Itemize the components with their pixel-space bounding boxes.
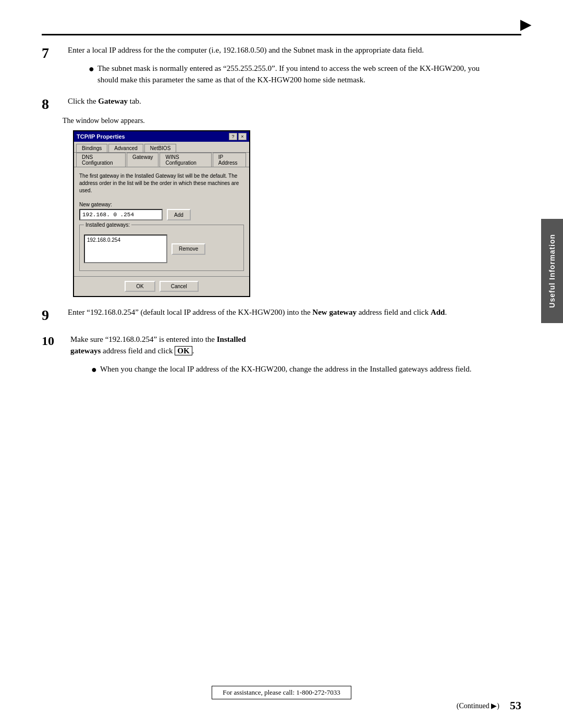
side-tab-label: Useful Information [548,234,556,308]
installed-gateways-row: 192.168.0.254 Remove [84,235,239,263]
dialog-close-button[interactable]: × [238,133,247,140]
installed-gateways-group: Installed gateways: 192.168.0.254 Remove [79,225,244,271]
dialog-title: TCP/IP Properties [77,133,125,140]
step-8-text-pre: Click the [68,97,98,105]
phone-label: For assistance, please call: 1-800-272-7… [223,688,340,696]
tab-ip-address[interactable]: IP Address [213,153,246,167]
step-10-ok-bordered: OK [175,346,192,355]
installed-gateways-label: Installed gateways: [84,222,131,228]
bottom-area: (Continued ▶) 53 [42,699,521,712]
step-8: 8 Click the Gateway tab. [42,95,495,113]
tab-gateway-active[interactable]: Gateway [127,153,158,167]
dialog-container: TCP/IP Properties ? × Bindings Advanced … [73,130,250,297]
dialog-help-button[interactable]: ? [229,133,237,140]
step-9-text-pre: Enter “192.168.0.254” (default local IP … [68,308,312,316]
useful-information-tab: Useful Information [541,219,563,323]
step-7-text: Enter a local IP address for the the com… [68,46,424,54]
step-8-gateway-bold: Gateway [98,97,128,105]
step-9-add-bold: Add [431,308,445,316]
continued-text: (Continued ▶) [457,701,499,710]
dialog-tabs-row1: Bindings Advanced NetBIOS [74,142,249,153]
page-number: 53 [510,699,521,712]
step-10-bullet-text: When you change the local IP address of … [100,363,495,375]
top-rule [42,34,521,35]
step-10-content: Make sure “192.168.0.254” is entered int… [70,334,495,376]
gateway-listitem: 192.168.0.254 [86,237,165,243]
ok-button[interactable]: OK [125,281,155,292]
add-gateway-button[interactable]: Add [167,209,191,220]
dialog-title-controls: ? × [229,133,247,140]
new-gateway-label: New gateway: [79,202,244,207]
step-7: 7 Enter a local IP address for the the c… [42,44,495,86]
step-10-period: . [192,347,194,355]
installed-gateways-listbox[interactable]: 192.168.0.254 [84,235,167,263]
new-gateway-row: Add [79,209,244,220]
tab-bindings[interactable]: Bindings [76,144,107,152]
dialog-footer: OK Cancel [74,276,249,296]
dialog-titlebar: TCP/IP Properties ? × [74,131,249,142]
tab-dns-configuration[interactable]: DNS Configuration [76,153,126,167]
step-9-text-post: address field and click [357,308,431,316]
step-8-text-post: tab. [128,97,141,105]
window-caption: The window below appears. [63,117,495,125]
step-10-bullet: ● When you change the local IP address o… [91,363,495,376]
tab-advanced[interactable]: Advanced [108,144,143,152]
bullet-dot-10: ● [91,363,97,376]
step-7-number: 7 [42,44,68,62]
dialog-info-text: The first gateway in the Installed Gatew… [79,172,244,194]
step-9-add-end: . [445,308,447,316]
step-10-number: 10 [42,334,70,349]
step-7-bullet: ● The subnet mask is normally entered as… [89,63,495,86]
bullet-dot-7: ● [89,63,94,76]
step-8-number: 8 [42,95,68,113]
remove-gateway-button[interactable]: Remove [172,243,205,255]
step-10-bold1: Installed [217,335,246,343]
phone-box: For assistance, please call: 1-800-272-7… [212,686,351,699]
dialog-body: The first gateway in the Installed Gatew… [74,167,249,276]
step-8-content: Click the Gateway tab. [68,95,495,107]
top-arrow-icon: ▶ [520,16,532,33]
bottom-bar: For assistance, please call: 1-800-272-7… [42,686,521,699]
step-10-bold2: gateways [70,347,101,355]
tab-netbios[interactable]: NetBIOS [144,144,176,152]
step-9-number: 9 [42,306,68,324]
step-10-text-after: address field and click [101,347,175,355]
step-10: 10 Make sure “192.168.0.254” is entered … [42,334,495,376]
step-9-content: Enter “192.168.0.254” (default local IP … [68,306,495,318]
step-9: 9 Enter “192.168.0.254” (default local I… [42,306,495,324]
step-7-content: Enter a local IP address for the the com… [68,44,495,86]
step-10-text-pre: Make sure “192.168.0.254” is entered int… [70,335,217,343]
step-7-bullet-text: The subnet mask is normally entered as “… [97,63,495,86]
cancel-button[interactable]: Cancel [160,281,199,292]
dialog-tabs-row2: DNS Configuration Gateway WINS Configura… [74,153,249,167]
new-gateway-input[interactable] [79,209,163,220]
step-9-bold: New gateway [312,308,357,316]
tab-wins-configuration[interactable]: WINS Configuration [160,153,211,167]
tcp-ip-properties-dialog: TCP/IP Properties ? × Bindings Advanced … [73,130,250,297]
main-content: 7 Enter a local IP address for the the c… [42,44,495,676]
